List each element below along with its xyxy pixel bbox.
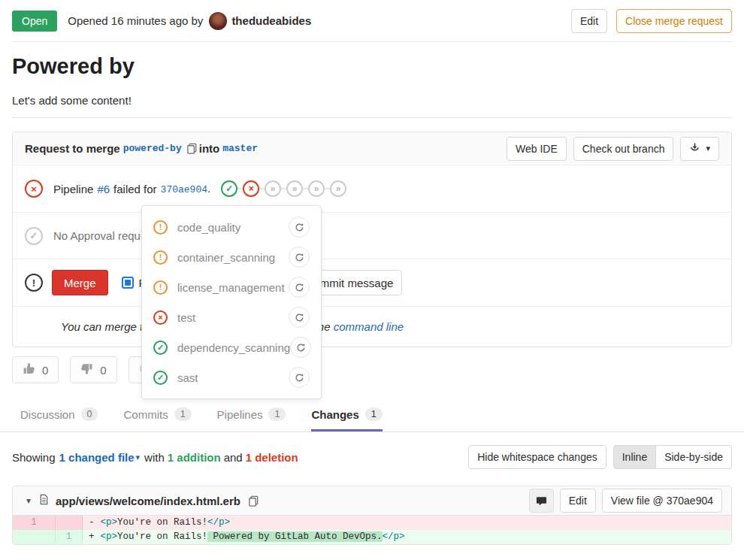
deletions-count: 1 deletion (246, 451, 298, 464)
into-label: into (199, 142, 220, 155)
diff-file: ▾ app/views/welcome/index.html.erb Edit … (12, 486, 732, 545)
copy-branch-icon[interactable] (186, 143, 198, 154)
thumbs-up-count: 0 (42, 364, 48, 377)
retry-job-button[interactable] (289, 247, 310, 268)
removed-code: -<p>You're on Rails!</p> (83, 516, 731, 530)
tab-pipelines[interactable]: Pipelines 1 (217, 397, 286, 431)
request-to-merge-label: Request to merge (25, 142, 120, 155)
merge-button[interactable]: Merge (52, 270, 108, 295)
commit-sha-link[interactable]: 370ae904 (161, 184, 207, 195)
merge-controls-row: ! Merge Remove source branch Modify comm… (13, 259, 731, 307)
avatar[interactable] (209, 12, 227, 30)
mini-pipeline-graph: ✓ × » » » » (221, 180, 346, 197)
download-icon (689, 142, 700, 156)
diff-line-added: 1 +<p>You're on Rails! Powered by GitLab… (13, 530, 731, 544)
source-branch-link[interactable]: powered-by (123, 143, 182, 154)
tab-commits[interactable]: Commits 1 (123, 397, 191, 431)
inline-diff-highlight: Powered by GitLab Auto DevOps. (207, 531, 383, 542)
retry-job-button[interactable] (289, 216, 310, 238)
tab-commits-count: 1 (174, 407, 192, 421)
tab-changes[interactable]: Changes 1 (311, 397, 382, 431)
award-emoji-row: 0 0 (12, 356, 732, 383)
caret-down-icon: ▾ (706, 144, 710, 153)
old-line-number[interactable]: 1 (13, 516, 56, 530)
period: . (207, 182, 210, 195)
command-line-link[interactable]: command line (334, 320, 404, 333)
request-to-merge-row: Request to merge powered-by into master … (13, 132, 731, 165)
job-warning-icon: ! (153, 250, 168, 265)
job-test[interactable]: × test (142, 302, 321, 332)
state-badge: Open (12, 11, 57, 32)
diff-line-removed: 1 -<p>You're on Rails!</p> (13, 516, 731, 530)
copy-path-icon[interactable] (248, 495, 259, 507)
job-warning-icon: ! (153, 220, 168, 235)
retry-job-button[interactable] (289, 307, 310, 328)
edit-button[interactable]: Edit (571, 9, 607, 33)
opened-text: Opened 16 minutes ago by (68, 14, 203, 27)
job-failed-icon: × (153, 310, 168, 325)
caret-down-icon[interactable]: ▾ (136, 453, 141, 462)
tab-pipelines-count: 1 (268, 407, 286, 421)
file-path[interactable]: app/views/welcome/index.html.erb (56, 495, 240, 507)
pipeline-status-row: × Pipeline #6 failed for 370ae904. ✓ × »… (13, 165, 731, 213)
file-icon (38, 494, 50, 508)
thumbs-down-button[interactable]: 0 (70, 356, 116, 383)
job-warning-icon: ! (153, 280, 168, 295)
tab-discussion-count: 0 (81, 407, 98, 421)
stage-skipped-icon[interactable]: » (265, 180, 281, 197)
pipeline-failed-icon[interactable]: × (25, 180, 43, 198)
job-code-quality[interactable]: ! code_quality (142, 212, 321, 242)
job-license-management[interactable]: ! license_management (142, 272, 321, 302)
diff-file-header: ▾ app/views/welcome/index.html.erb Edit … (13, 486, 731, 516)
pipeline-id-link[interactable]: #6 (97, 183, 110, 195)
mr-tabs: Discussion 0 Commits 1 Pipelines 1 Chang… (0, 397, 744, 432)
thumbs-up-button[interactable]: 0 (12, 356, 59, 383)
diff-view-toggle: Inline Side-by-side (613, 445, 732, 469)
new-line-number[interactable] (56, 516, 83, 530)
merge-warning-icon: ! (25, 274, 43, 292)
retry-job-button[interactable] (290, 337, 311, 358)
tab-discussion[interactable]: Discussion 0 (20, 397, 98, 431)
author-name[interactable]: thedudeabides (231, 14, 311, 27)
checkout-branch-button[interactable]: Check out branch (573, 137, 674, 161)
download-dropdown-button[interactable]: ▾ (680, 137, 719, 161)
hide-whitespace-button[interactable]: Hide whitespace changes (468, 445, 606, 469)
job-container-scanning[interactable]: ! container_scanning (142, 242, 321, 272)
remove-source-branch-checkbox[interactable] (122, 277, 134, 289)
stage-success-icon[interactable]: ✓ (221, 180, 237, 197)
web-ide-button[interactable]: Web IDE (507, 137, 567, 161)
stage-skipped-icon[interactable]: » (286, 180, 303, 197)
stage-failed-icon[interactable]: × (243, 180, 259, 197)
target-branch-link[interactable]: master (222, 143, 258, 154)
stage-skipped-icon[interactable]: » (330, 180, 346, 197)
job-sast[interactable]: ✓ sast (142, 362, 321, 392)
merge-widget: Request to merge powered-by into master … (12, 132, 732, 347)
job-success-icon: ✓ (153, 341, 168, 355)
approval-row: ✓ No Approval required (13, 213, 731, 259)
retry-job-button[interactable] (289, 367, 310, 388)
old-line-number[interactable] (13, 530, 56, 544)
merge-request-page: Open Opened 16 minutes ago by thedudeabi… (0, 0, 744, 560)
inline-view-button[interactable]: Inline (613, 445, 656, 469)
toggle-comments-button[interactable] (529, 489, 554, 513)
approval-check-icon: ✓ (25, 227, 43, 245)
retry-job-button[interactable] (289, 277, 310, 298)
command-line-row: You can merge this merge request manuall… (13, 307, 731, 347)
job-dependency-scanning[interactable]: ✓ dependency_scanning (142, 332, 321, 362)
mr-description: Let's add some content! (12, 94, 732, 107)
thumbs-up-icon (23, 362, 35, 377)
side-by-side-view-button[interactable]: Side-by-side (656, 445, 732, 469)
additions-count: 1 addition (168, 451, 221, 464)
collapse-caret-icon[interactable]: ▾ (26, 495, 31, 506)
edit-file-button[interactable]: Edit (560, 489, 596, 513)
pipeline-label: Pipeline (53, 183, 93, 195)
thumbs-down-icon (80, 362, 93, 377)
pipeline-middle-text: failed for (113, 183, 157, 195)
new-line-number[interactable]: 1 (56, 530, 83, 544)
showing-label: Showing (12, 451, 56, 464)
changed-files-dropdown[interactable]: 1 changed file (59, 451, 135, 464)
view-file-button[interactable]: View file @ 370ae904 (602, 489, 722, 513)
pipeline-jobs-dropdown: ! code_quality ! container_scanning ! li… (141, 205, 322, 399)
stage-skipped-icon[interactable]: » (308, 180, 325, 197)
close-merge-request-button[interactable]: Close merge request (616, 9, 732, 33)
